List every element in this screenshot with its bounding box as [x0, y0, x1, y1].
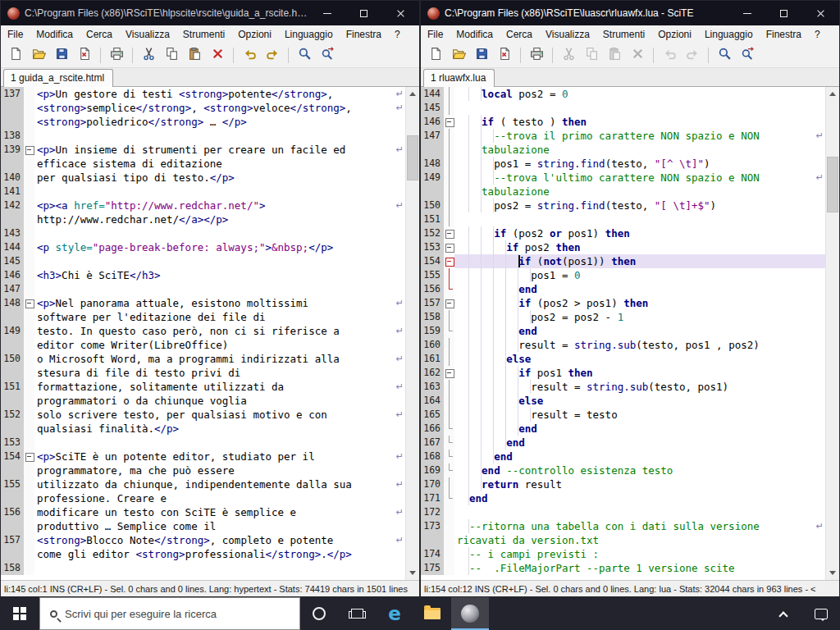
menu-file[interactable]: File	[421, 25, 450, 43]
code-text[interactable]: efficace sistema di editazione	[34, 157, 405, 171]
code-text[interactable]: end	[454, 436, 825, 450]
new-file-button[interactable]	[424, 45, 447, 66]
scroll-up-button[interactable]	[406, 87, 419, 101]
open-file-button[interactable]	[447, 45, 470, 66]
code-text[interactable]: <p>Un gestore di testi <strong>potente</…	[34, 87, 405, 101]
code-text[interactable]: formattazione, solitamente utilizzati da…	[34, 380, 405, 394]
code-text[interactable]: --ritorna una tabella con i dati sulla v…	[454, 519, 825, 533]
task-view-button[interactable]	[338, 597, 376, 630]
scroll-down-button[interactable]	[406, 566, 419, 580]
save-file-button[interactable]	[470, 45, 493, 66]
copy-button[interactable]	[160, 45, 183, 66]
code-text[interactable]: <strong>Blocco Note</strong>, completo e…	[34, 533, 405, 547]
code-text[interactable]: if pos1 then	[454, 366, 825, 380]
close-button[interactable]	[382, 1, 419, 25]
menu-help[interactable]: ?	[808, 25, 827, 43]
code-text[interactable]: pos2 = pos2 - 1	[454, 310, 825, 324]
code-text[interactable]: <p><a href="http://www.redchar.net/">↵	[34, 199, 405, 212]
code-text[interactable]: <strong>poliedrico</strong> … </p>	[34, 115, 405, 129]
scite-taskbar-button[interactable]	[451, 597, 489, 630]
code-text[interactable]	[34, 436, 405, 450]
code-text[interactable]: solo scrivere testo, per qualsiasi motiv…	[34, 408, 405, 422]
code-text[interactable]	[34, 282, 405, 296]
action-center-button[interactable]	[802, 597, 840, 630]
code-text[interactable]: else	[454, 394, 825, 408]
menu-visualizza[interactable]: Visualizza	[119, 25, 176, 43]
titlebar[interactable]: C:\Program Files (x86)\RSciTE\hlpscite\r…	[1, 1, 419, 25]
scrollbar-track[interactable]	[406, 101, 419, 566]
code-text[interactable]: end	[454, 450, 825, 463]
code-text[interactable]	[34, 185, 405, 199]
menu-strumenti[interactable]: Strumenti	[176, 25, 231, 43]
menu-help[interactable]: ?	[388, 25, 407, 43]
scroll-down-button[interactable]	[826, 566, 839, 580]
tray-expand-button[interactable]	[765, 597, 802, 630]
close-button[interactable]	[802, 1, 839, 25]
close-file-button[interactable]	[493, 45, 516, 66]
fold-toggle-icon[interactable]	[24, 143, 34, 157]
edge-button[interactable]	[376, 597, 413, 630]
code-text[interactable]: pos2 = string.find(testo, "[ \t]+$")	[454, 199, 825, 212]
code-text[interactable]: produttivo … Semplice come il	[34, 519, 405, 533]
code-text[interactable]: per qualsiasi tipo di testo.</p>	[34, 171, 405, 185]
find-button[interactable]	[713, 45, 736, 66]
code-text[interactable]: pos1 = 0	[454, 268, 825, 282]
menu-cerca[interactable]: Cerca	[80, 25, 119, 43]
code-text[interactable]: software per l'editazione dei file di	[34, 310, 405, 324]
code-text[interactable]: <strong>semplice</strong>, <strong>veloc…	[34, 101, 405, 115]
code-text[interactable]: if (pos2 or pos1) then	[454, 226, 825, 240]
code-text[interactable]	[34, 561, 405, 575]
fold-toggle-icon[interactable]	[444, 366, 454, 380]
code-text[interactable]: <p>SciTE è un potente editor, studiato p…	[34, 450, 405, 463]
code-text[interactable]: testo. In questo caso però, non ci si ri…	[34, 324, 405, 338]
code-text[interactable]: if (pos2 > pos1) then	[454, 296, 825, 310]
code-area[interactable]: 144local pos2 = 0145146if ( testo ) then…	[421, 87, 825, 580]
code-text[interactable]: modificare un testo con SciTE è semplice…	[34, 505, 405, 519]
code-text[interactable]: end	[454, 324, 825, 338]
code-text[interactable]: <h3>Chi è SciTE</h3>	[34, 268, 405, 282]
start-button[interactable]	[0, 597, 39, 630]
code-text[interactable]: -- i campi previsti :	[454, 547, 825, 561]
menu-linguaggio[interactable]: Linguaggio	[278, 25, 340, 43]
cortana-button[interactable]	[300, 597, 338, 630]
code-text[interactable]	[34, 254, 405, 268]
fold-toggle-icon[interactable]	[444, 296, 454, 310]
code-text[interactable]: <p>Un insieme di strumenti per creare un…	[34, 143, 405, 157]
find-next-button[interactable]	[316, 45, 339, 66]
code-text[interactable]: tabulazione	[454, 185, 825, 199]
code-text[interactable]: end	[454, 282, 825, 296]
code-text[interactable]	[454, 212, 825, 226]
titlebar[interactable]: C:\Program Files (x86)\RSciTE\luascr\rlu…	[421, 1, 839, 25]
code-text[interactable]: result = string.sub(testo, pos1 , pos2)	[454, 338, 825, 352]
menu-file[interactable]: File	[1, 25, 30, 43]
open-file-button[interactable]	[27, 45, 50, 66]
code-text[interactable]: http://www.redchar.net/</a></p>	[34, 212, 405, 226]
code-text[interactable]: stesura di file di testo privi di	[34, 366, 405, 380]
find-next-button[interactable]	[736, 45, 759, 66]
scrollbar-thumb[interactable]	[827, 157, 838, 212]
fold-toggle-icon[interactable]	[24, 296, 34, 310]
menu-finestra[interactable]: Finestra	[760, 25, 808, 43]
code-text[interactable]: editor come Writer(LibreOffice)	[34, 338, 405, 352]
code-text[interactable]: pos1 = string.find(testo, "[^ \t]")	[454, 157, 825, 171]
taskbar-search[interactable]: Scrivi qui per eseguire la ricerca	[39, 597, 300, 630]
fold-toggle-icon[interactable]	[444, 254, 454, 268]
cut-button[interactable]	[137, 45, 160, 66]
new-file-button[interactable]	[4, 45, 27, 66]
code-text[interactable]: come gli editor <strong>professionali</s…	[34, 547, 405, 561]
code-text[interactable]: return result	[454, 477, 825, 491]
file-tab[interactable]: 1 rluawfx.lua	[423, 69, 495, 87]
menu-strumenti[interactable]: Strumenti	[596, 25, 651, 43]
code-text[interactable]: professione. Creare e	[34, 491, 405, 505]
code-text[interactable]: ricavati da version.txt	[454, 533, 825, 547]
code-area[interactable]: 137<p>Un gestore di testi <strong>potent…	[1, 87, 405, 580]
scrollbar-track[interactable]	[826, 101, 839, 566]
close-file-button[interactable]	[73, 45, 96, 66]
fold-toggle-icon[interactable]	[444, 240, 454, 254]
menu-modifica[interactable]: Modifica	[30, 25, 80, 43]
code-text[interactable]: <p style="page-break-before: always;">&n…	[34, 240, 405, 254]
code-text[interactable]	[454, 505, 825, 519]
vertical-scrollbar[interactable]	[825, 87, 839, 580]
scroll-up-button[interactable]	[826, 87, 839, 101]
code-text[interactable]: --trova l'ultimo carattere NON spazio e …	[454, 171, 825, 185]
